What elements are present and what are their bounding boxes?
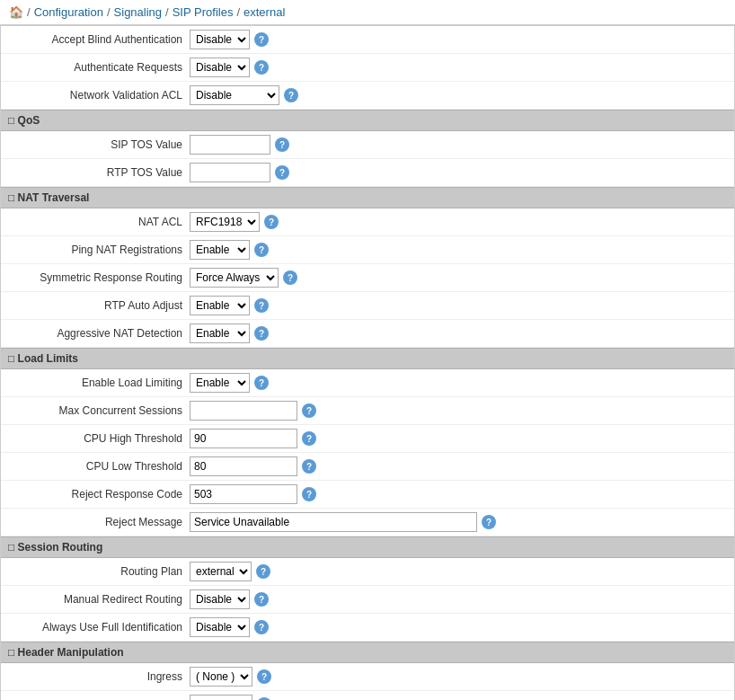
- rtp-tos-label: RTP TOS Value: [1, 166, 190, 179]
- accept-blind-auth-help-icon[interactable]: ?: [254, 32, 269, 47]
- egress-select[interactable]: ( None ): [190, 695, 252, 700]
- ping-nat-select[interactable]: EnableDisable: [190, 240, 250, 260]
- ping-nat-help-icon[interactable]: ?: [254, 243, 269, 257]
- symmetric-response-select[interactable]: Force AlwaysEnableDisable: [190, 268, 279, 288]
- aggressive-nat-help-icon[interactable]: ?: [254, 326, 269, 341]
- egress-row: Egress ( None ) ?: [1, 691, 734, 700]
- max-concurrent-sessions-label: Max Concurrent Sessions: [1, 404, 190, 417]
- reject-message-row: Reject Message ?: [1, 509, 734, 536]
- ingress-label: Ingress: [1, 670, 190, 683]
- network-validation-acl-select[interactable]: DisableEnable: [190, 85, 279, 105]
- aggressive-nat-select[interactable]: EnableDisable: [190, 323, 250, 343]
- symmetric-response-row: Symmetric Response Routing Force AlwaysE…: [1, 264, 734, 292]
- sip-tos-row: SIP TOS Value ?: [1, 131, 734, 159]
- enable-load-limiting-label: Enable Load Limiting: [1, 377, 190, 389]
- aggressive-nat-row: Aggressive NAT Detection EnableDisable ?: [1, 320, 734, 348]
- cpu-low-threshold-label: CPU Low Threshold: [1, 460, 190, 473]
- ingress-help-icon[interactable]: ?: [257, 669, 271, 684]
- aggressive-nat-label: Aggressive NAT Detection: [1, 327, 190, 340]
- reject-response-code-help-icon[interactable]: ?: [302, 487, 316, 501]
- breadcrumb-signaling[interactable]: Signaling: [114, 5, 163, 19]
- reject-response-code-input[interactable]: [190, 484, 297, 504]
- cpu-low-threshold-input[interactable]: [190, 456, 297, 476]
- reject-response-code-label: Reject Response Code: [1, 488, 190, 501]
- routing-plan-label: Routing Plan: [1, 565, 190, 578]
- qos-section: SIP TOS Value ? RTP TOS Value ?: [1, 131, 734, 187]
- breadcrumb-sip-profiles[interactable]: SIP Profiles: [173, 5, 234, 19]
- reject-message-input[interactable]: [190, 512, 477, 532]
- routing-plan-select[interactable]: externalinternaldefault: [190, 562, 252, 581]
- rtp-auto-adjust-select[interactable]: EnableDisable: [190, 296, 250, 315]
- nat-acl-row: NAT ACL RFC1918None ?: [1, 208, 734, 236]
- sip-tos-help-icon[interactable]: ?: [275, 137, 289, 152]
- cpu-high-threshold-help-icon[interactable]: ?: [302, 431, 316, 446]
- auth-section: Accept Blind Authentication DisableEnabl…: [1, 26, 734, 110]
- rtp-tos-input[interactable]: [190, 163, 270, 182]
- manual-redirect-routing-label: Manual Redirect Routing: [1, 593, 190, 606]
- max-concurrent-sessions-row: Max Concurrent Sessions ?: [1, 397, 734, 425]
- ping-nat-row: Ping NAT Registrations EnableDisable ?: [1, 236, 734, 264]
- enable-load-limiting-row: Enable Load Limiting EnableDisable ?: [1, 369, 734, 397]
- home-icon[interactable]: 🏠: [9, 5, 23, 19]
- session-routing-section-header: □ Session Routing: [1, 536, 734, 558]
- always-use-full-id-label: Always Use Full Identification: [1, 621, 190, 634]
- authenticate-requests-row: Authenticate Requests DisableEnable ?: [1, 54, 734, 82]
- nat-section: NAT ACL RFC1918None ? Ping NAT Registrat…: [1, 208, 734, 348]
- cpu-high-threshold-label: CPU High Threshold: [1, 432, 190, 445]
- manual-redirect-routing-select[interactable]: DisableEnable: [190, 589, 250, 609]
- nat-section-header: □ NAT Traversal: [1, 187, 734, 208]
- session-routing-section: Routing Plan externalinternaldefault ? M…: [1, 558, 734, 642]
- always-use-full-id-help-icon[interactable]: ?: [254, 620, 269, 634]
- authenticate-requests-label: Authenticate Requests: [1, 61, 190, 74]
- qos-section-header: □ QoS: [1, 110, 734, 131]
- breadcrumb-configuration[interactable]: Configuration: [34, 5, 103, 19]
- nat-acl-label: NAT ACL: [1, 216, 190, 228]
- sip-tos-input[interactable]: [190, 135, 270, 155]
- network-validation-acl-row: Network Validation ACL DisableEnable ?: [1, 82, 734, 110]
- header-manipulation-section-header: □ Header Manipulation: [1, 642, 734, 663]
- load-limits-section: Enable Load Limiting EnableDisable ? Max…: [1, 369, 734, 536]
- nat-acl-help-icon[interactable]: ?: [264, 215, 279, 229]
- cpu-low-threshold-help-icon[interactable]: ?: [302, 459, 316, 474]
- reject-message-label: Reject Message: [1, 516, 190, 528]
- symmetric-response-label: Symmetric Response Routing: [1, 271, 190, 284]
- cpu-low-threshold-row: CPU Low Threshold ?: [1, 453, 734, 481]
- main-content: Accept Blind Authentication DisableEnabl…: [0, 25, 735, 700]
- manual-redirect-routing-row: Manual Redirect Routing DisableEnable ?: [1, 586, 734, 614]
- symmetric-response-help-icon[interactable]: ?: [283, 270, 297, 285]
- network-validation-acl-help-icon[interactable]: ?: [284, 88, 298, 102]
- rtp-auto-adjust-help-icon[interactable]: ?: [254, 298, 269, 313]
- ingress-select[interactable]: ( None ): [190, 667, 252, 687]
- ping-nat-label: Ping NAT Registrations: [1, 244, 190, 256]
- reject-message-help-icon[interactable]: ?: [482, 515, 496, 529]
- always-use-full-id-row: Always Use Full Identification DisableEn…: [1, 614, 734, 642]
- rtp-tos-row: RTP TOS Value ?: [1, 159, 734, 187]
- manual-redirect-routing-help-icon[interactable]: ?: [254, 592, 269, 607]
- sip-tos-label: SIP TOS Value: [1, 138, 190, 151]
- load-limits-section-header: □ Load Limits: [1, 348, 734, 369]
- routing-plan-help-icon[interactable]: ?: [256, 564, 270, 579]
- max-concurrent-sessions-input[interactable]: [190, 401, 297, 421]
- enable-load-limiting-select[interactable]: EnableDisable: [190, 373, 250, 393]
- cpu-high-threshold-row: CPU High Threshold ?: [1, 425, 734, 453]
- accept-blind-auth-label: Accept Blind Authentication: [1, 33, 190, 46]
- max-concurrent-sessions-help-icon[interactable]: ?: [302, 403, 316, 418]
- enable-load-limiting-help-icon[interactable]: ?: [254, 376, 269, 390]
- accept-blind-auth-select[interactable]: DisableEnable: [190, 30, 250, 49]
- breadcrumb-external: external: [244, 5, 285, 19]
- accept-blind-auth-row: Accept Blind Authentication DisableEnabl…: [1, 26, 734, 54]
- ingress-row: Ingress ( None ) ?: [1, 663, 734, 691]
- nat-acl-select[interactable]: RFC1918None: [190, 212, 260, 232]
- header-manipulation-section: Ingress ( None ) ? Egress ( None ) ?: [1, 663, 734, 700]
- cpu-high-threshold-input[interactable]: [190, 429, 297, 448]
- rtp-auto-adjust-row: RTP Auto Adjust EnableDisable ?: [1, 292, 734, 320]
- reject-response-code-row: Reject Response Code ?: [1, 481, 734, 509]
- breadcrumb: 🏠 / Configuration / Signaling / SIP Prof…: [0, 0, 735, 25]
- network-validation-acl-label: Network Validation ACL: [1, 89, 190, 102]
- rtp-tos-help-icon[interactable]: ?: [275, 165, 289, 180]
- always-use-full-id-select[interactable]: DisableEnable: [190, 617, 250, 637]
- rtp-auto-adjust-label: RTP Auto Adjust: [1, 299, 190, 312]
- authenticate-requests-select[interactable]: DisableEnable: [190, 58, 250, 77]
- routing-plan-row: Routing Plan externalinternaldefault ?: [1, 558, 734, 586]
- authenticate-requests-help-icon[interactable]: ?: [254, 60, 269, 75]
